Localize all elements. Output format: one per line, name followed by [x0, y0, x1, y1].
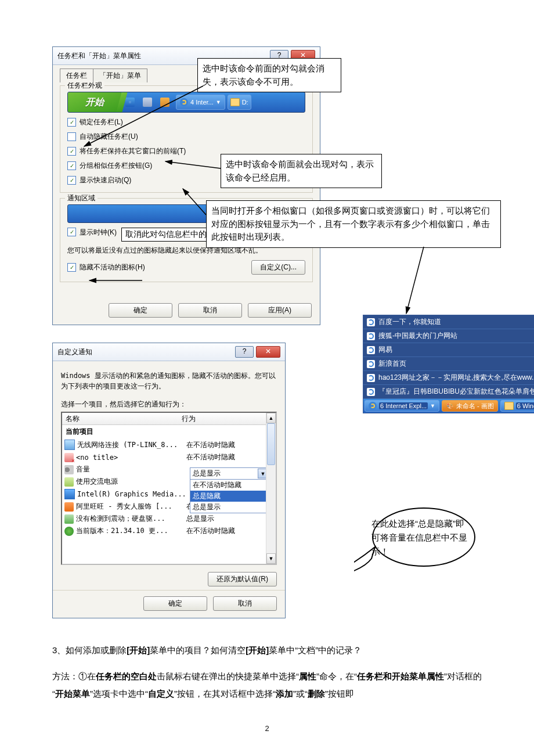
annotation-uncheck: 选中时该命令前面的对勾就会消失，表示该命令不可用。 — [197, 58, 341, 92]
checkbox-checked[interactable]: ✓ — [67, 176, 76, 185]
popup-window-item[interactable]: 百度一下，你就知道 — [363, 315, 534, 329]
checkbox-unchecked[interactable] — [67, 132, 76, 141]
chk-ontop-label: 将任务栏保持在其它窗口的前端(T) — [80, 146, 186, 156]
taskbar-item-folder: D: — [228, 95, 251, 110]
list-item[interactable]: <no title>在不活动时隐藏 — [62, 451, 276, 463]
list-section-current: 当前项目 — [62, 425, 276, 438]
popup-window-item[interactable]: 『皇冠店』日韩BIBUBIBU必宝新款红色花朵单肩包6105-BL-淘宝网 — [363, 385, 534, 399]
checkbox-checked[interactable]: ✓ — [67, 263, 76, 272]
folder-icon — [230, 98, 240, 106]
checkbox-checked[interactable]: ✓ — [67, 118, 76, 127]
ic-red — [64, 453, 74, 462]
start-button: 开始 — [68, 92, 121, 112]
list-item[interactable]: 无线网络连接 (TP-LINK_8...在不活动时隐藏 — [62, 438, 276, 451]
page-icon — [367, 332, 375, 340]
ie-icon — [180, 98, 188, 106]
column-name: 名称 — [66, 414, 182, 424]
chk-group-label: 分组相似任务栏按钮(G) — [80, 161, 152, 171]
popup-window-item[interactable]: hao123网址之家－－实用网址,搜索大全,尽在www.hao123.com — [363, 371, 534, 385]
bubble-text: 在此处选择“总是隐藏”即可将音量在信息栏中不显示！ — [371, 517, 467, 559]
taskbar-item-explorer: 6 Wind — [500, 400, 534, 412]
group-title: 通知区域 — [65, 193, 98, 203]
ic-intel — [64, 489, 75, 499]
quicklaunch-area — [121, 92, 174, 112]
page-icon — [367, 374, 375, 382]
dialog-title: 自定义通知 — [57, 347, 92, 357]
close-button[interactable]: ✕ — [256, 346, 280, 358]
chevron-down-icon: ▼ — [430, 403, 435, 409]
annotation-group: 当同时打开多个相似窗口（如很多网页窗口或资源窗口）时，可以将它们对应的图标按钮显… — [206, 200, 501, 248]
combo-option[interactable]: 总是显示 — [190, 502, 270, 513]
page-icon — [367, 360, 375, 368]
page-number: 2 — [0, 724, 534, 733]
apply-button[interactable]: 应用(A) — [248, 303, 312, 318]
ic-ww — [64, 502, 74, 512]
dialog-description: Windows 显示活动的和紧急的通知图标，隐藏不活动的图标。您可以为下列表中的… — [61, 370, 277, 391]
popup-window-item[interactable]: 新浪首页 — [363, 357, 534, 371]
dialog-title: 任务栏和「开始」菜单属性 — [57, 51, 141, 61]
chevron-down-icon: ▼ — [216, 99, 221, 105]
ic-vol — [64, 465, 74, 474]
ok-button[interactable]: 确定 — [143, 596, 207, 611]
scroll-down-icon[interactable]: ▼ — [266, 553, 276, 564]
body-paragraph: 3、如何添加或删除[开始]菜单中的项目？如何清空[开始]菜单中“文档”中的记录？… — [52, 642, 482, 703]
scroll-up-icon[interactable]: ▲ — [266, 413, 276, 423]
ie-icon — [369, 402, 377, 410]
help-button[interactable]: ? — [235, 346, 254, 358]
checkbox-checked[interactable]: ✓ — [67, 161, 76, 170]
cancel-button[interactable]: 取消 — [213, 596, 277, 611]
checkbox-checked[interactable]: ✓ — [67, 228, 76, 236]
ic-wifi — [64, 440, 75, 450]
taskbar-item-ie: 6 Internet Expl...▼ — [365, 400, 439, 412]
page-icon — [367, 346, 375, 354]
chk-clock-label: 显示时钟(K) — [80, 228, 117, 237]
customize-button[interactable]: 自定义(C)... — [251, 260, 305, 275]
ie-icon — [125, 98, 135, 107]
annotation-check: 选中时该命令前面就会出现对勾，表示该命令已经启用。 — [221, 154, 382, 188]
ic-hd — [64, 514, 74, 524]
restore-defaults-button[interactable]: 还原为默认值(R) — [208, 572, 277, 586]
grouped-windows-popup: 百度一下，你就知道搜狐-中国最大的门户网站网易新浪首页hao123网址之家－－实… — [363, 315, 534, 413]
ok-button[interactable]: 确定 — [109, 303, 172, 318]
folder-icon — [504, 402, 514, 410]
taskbar-group-ie: 4 Inter... ▼ — [176, 95, 225, 110]
notifications-list: 名称 行为 当前项目 无线网络连接 (TP-LINK_8...在不活动时隐藏<n… — [61, 412, 277, 565]
popup-window-item[interactable]: 网易 — [363, 343, 534, 357]
scrollbar[interactable]: ▲ ▼ — [266, 413, 276, 564]
taskbar-preview: 开始 4 Inter... ▼ — [67, 92, 305, 113]
cancel-button[interactable]: 取消 — [178, 303, 242, 318]
chk-hide-label: 隐藏不活动的图标(H) — [80, 262, 145, 272]
list-item[interactable]: 没有检测到震动；硬盘驱...总是显示 — [62, 513, 276, 525]
customize-notifications-dialog: 自定义通知 ? ✕ Windows 显示活动的和紧急的通知图标，隐藏不活动的图标… — [52, 343, 286, 618]
svg-line-3 — [406, 247, 424, 314]
combo-selected: 总是显示 — [193, 469, 221, 478]
chk-ql-label: 显示快速启动(Q) — [80, 175, 131, 185]
chk-autohide-label: 自动隐藏任务栏(U) — [80, 132, 138, 142]
list-item[interactable]: 当前版本：21.34.10 更...在不活动时隐藏 — [62, 525, 276, 537]
media-player-icon — [160, 98, 169, 107]
combo-option[interactable]: 总是隐藏 — [190, 491, 270, 502]
ic-pwr — [64, 477, 74, 487]
show-desktop-icon — [143, 98, 152, 107]
dialog-titlebar: 自定义通知 ? ✕ — [53, 343, 285, 361]
ic-up — [64, 527, 74, 536]
taskbar-segment: 6 Internet Expl...▼ 🎨 未命名 - 画图 6 Wind — [363, 399, 534, 413]
column-behavior: 行为 — [182, 414, 196, 424]
combo-option[interactable]: 在不活动时隐藏 — [190, 480, 270, 491]
chk-lock-label: 锁定任务栏(L) — [80, 117, 123, 127]
popup-window-item[interactable]: 搜狐-中国最大的门户网站 — [363, 329, 534, 343]
tab-taskbar[interactable]: 任务栏 — [60, 69, 93, 82]
scroll-thumb[interactable] — [267, 423, 275, 465]
behavior-combo-open[interactable]: 总是显示▼ 在不活动时隐藏总是隐藏总是显示 — [190, 467, 271, 513]
taskbar-item-paint: 🎨 未命名 - 画图 — [442, 400, 498, 412]
page-icon — [367, 388, 375, 396]
speech-bubble: 在此处选择“总是隐藏”即可将音量在信息栏中不显示！ — [354, 505, 476, 575]
checkbox-checked[interactable]: ✓ — [67, 147, 76, 156]
page-icon — [367, 318, 375, 326]
dialog-prompt: 选择一个项目，然后选择它的通知行为： — [61, 399, 277, 409]
